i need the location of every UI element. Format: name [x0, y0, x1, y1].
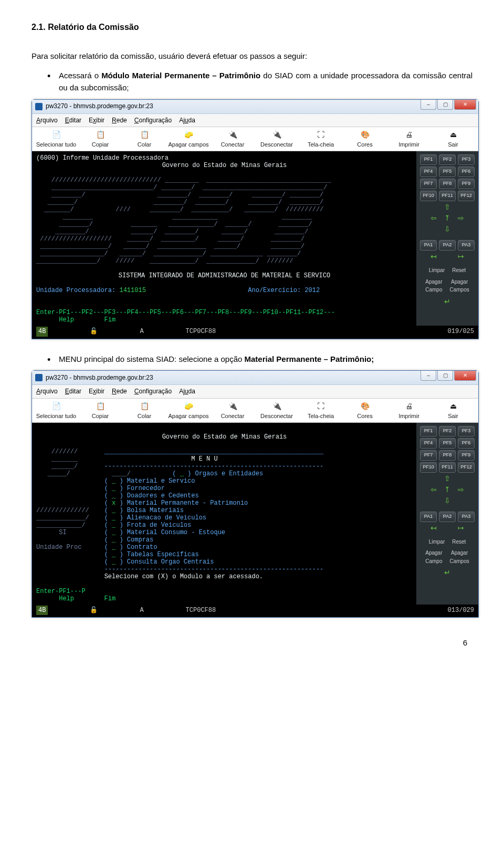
apagar-campos-button[interactable]: ApagarCampos: [450, 278, 469, 294]
tab-fwd-icon[interactable]: ↦: [455, 252, 467, 262]
pf4-button[interactable]: PF4: [420, 438, 437, 449]
pf12-button[interactable]: PF12: [458, 462, 475, 473]
pf12-button[interactable]: PF12: [458, 191, 475, 201]
apagar-campo-button[interactable]: ApagarCampo: [425, 278, 442, 294]
up-arrow-icon[interactable]: ⇧: [442, 203, 453, 212]
pa2-button[interactable]: PA2: [439, 512, 456, 522]
pf10-button[interactable]: PF10: [420, 462, 437, 473]
pf11-button[interactable]: PF11: [439, 462, 456, 473]
terminal-2[interactable]: Governo do Estado de Minas Gerais //////…: [32, 423, 416, 605]
menu-editar[interactable]: Editar: [65, 387, 81, 397]
menu-arquivo[interactable]: Arquivo: [36, 387, 58, 397]
terminal-1[interactable]: (6000) Informe Unidade Processadora Gove…: [32, 151, 416, 326]
tab-back-icon[interactable]: ↤: [428, 524, 439, 533]
toolbar-desconectar[interactable]: 🔌Desconectar: [256, 401, 298, 422]
menu-exibir[interactable]: Exibir: [89, 387, 104, 397]
toolbar-desconectar[interactable]: 🔌Desconectar: [256, 129, 298, 151]
pa1-button[interactable]: PA1: [420, 512, 437, 522]
pa1-button[interactable]: PA1: [420, 240, 437, 251]
titlebar[interactable]: pw3270 - bhmvsb.prodemge.gov.br:23 – ▢ ✕: [32, 100, 478, 114]
pf9-button[interactable]: PF9: [458, 450, 475, 461]
menu-configuracao[interactable]: Configuração: [134, 116, 172, 126]
toolbar-tela-cheia[interactable]: ⛶Tela-cheia: [300, 129, 342, 151]
menu-rede[interactable]: Rede: [112, 387, 127, 397]
status-a: A: [140, 606, 143, 616]
pf1-button[interactable]: PF1: [420, 426, 437, 436]
reset-button[interactable]: Reset: [452, 538, 466, 546]
pf2-button[interactable]: PF2: [439, 154, 456, 165]
term1-unidade-value[interactable]: 1411015: [119, 287, 145, 294]
home-icon[interactable]: ⤒: [442, 485, 453, 495]
toolbar-conectar[interactable]: 🔌Conectar: [212, 401, 254, 422]
apagar-campo-button[interactable]: ApagarCampo: [425, 549, 442, 565]
up-arrow-icon[interactable]: ⇧: [442, 474, 453, 484]
menu-exibir[interactable]: Exibir: [89, 116, 104, 126]
toolbar-apagar-campos[interactable]: 🧽Apagar campos: [167, 129, 209, 151]
titlebar-2[interactable]: pw3270 - bhmvsb.prodemge.gov.br:23 – ▢ ✕: [32, 371, 478, 385]
toolbar-selecionar-tudo[interactable]: 📄Selecionar tudo: [35, 401, 77, 422]
pf5-button[interactable]: PF5: [439, 166, 456, 177]
toolbar-imprimir[interactable]: 🖨Imprimir: [388, 401, 430, 422]
tab-back-icon[interactable]: ↤: [428, 252, 439, 262]
menu-configuracao[interactable]: Configuração: [134, 387, 172, 397]
pf2-button[interactable]: PF2: [439, 426, 456, 436]
toolbar-conectar[interactable]: 🔌Conectar: [212, 129, 254, 151]
menu-ajuda[interactable]: Ajuda: [179, 116, 195, 126]
pf11-button[interactable]: PF11: [439, 191, 456, 201]
pf1-button[interactable]: PF1: [420, 154, 437, 165]
enter-icon[interactable]: ↵: [442, 297, 453, 307]
toolbar-colar[interactable]: 📋Colar: [123, 401, 165, 422]
pf6-button[interactable]: PF6: [458, 166, 475, 177]
pa2-button[interactable]: PA2: [439, 240, 456, 251]
toolbar-sair[interactable]: ⏏Sair: [432, 129, 474, 151]
toolbar-apagar-campos[interactable]: 🧽Apagar campos: [167, 401, 209, 422]
pf6-button[interactable]: PF6: [458, 438, 475, 449]
close-button[interactable]: ✕: [454, 100, 476, 110]
enter-icon[interactable]: ↵: [442, 568, 453, 578]
down-arrow-icon[interactable]: ⇩: [442, 496, 453, 506]
tab-fwd-icon[interactable]: ↦: [455, 524, 467, 533]
right-arrow-icon[interactable]: ⇨: [455, 214, 467, 223]
minimize-button[interactable]: –: [421, 100, 436, 110]
home-icon[interactable]: ⤒: [442, 214, 453, 223]
toolbar-sair[interactable]: ⏏Sair: [432, 401, 474, 422]
toolbar-copiar[interactable]: 📋Copiar: [79, 401, 121, 422]
toolbar-copiar[interactable]: 📋Copiar: [79, 129, 121, 151]
down-arrow-icon[interactable]: ⇩: [442, 225, 453, 234]
menubar[interactable]: Arquivo Editar Exibir Rede Configuração …: [32, 114, 478, 128]
toolbar-tela-cheia[interactable]: ⛶Tela-cheia: [300, 401, 342, 422]
menubar-2[interactable]: Arquivo Editar Exibir Rede Configuração …: [32, 385, 478, 399]
pf3-button[interactable]: PF3: [458, 154, 475, 165]
maximize-button[interactable]: ▢: [437, 100, 453, 110]
pf7-button[interactable]: PF7: [420, 450, 437, 461]
pf5-button[interactable]: PF5: [439, 438, 456, 449]
pf4-button[interactable]: PF4: [420, 166, 437, 177]
close-button[interactable]: ✕: [454, 371, 476, 381]
limpar-button[interactable]: Limpar: [429, 266, 445, 275]
menu-editar[interactable]: Editar: [65, 116, 81, 126]
maximize-button[interactable]: ▢: [437, 371, 453, 381]
toolbar-cores[interactable]: 🎨Cores: [344, 129, 386, 151]
menu-arquivo[interactable]: Arquivo: [36, 116, 58, 126]
pf7-button[interactable]: PF7: [420, 179, 437, 189]
pf9-button[interactable]: PF9: [458, 179, 475, 189]
pa3-button[interactable]: PA3: [458, 512, 475, 522]
reset-button[interactable]: Reset: [452, 266, 466, 275]
toolbar-imprimir[interactable]: 🖨Imprimir: [388, 129, 430, 151]
toolbar-cores[interactable]: 🎨Cores: [344, 401, 386, 422]
pa3-button[interactable]: PA3: [458, 240, 475, 251]
left-arrow-icon[interactable]: ⇦: [428, 214, 439, 223]
pf3-button[interactable]: PF3: [458, 426, 475, 436]
pf10-button[interactable]: PF10: [420, 191, 437, 201]
pf8-button[interactable]: PF8: [439, 450, 456, 461]
toolbar-selecionar-tudo[interactable]: 📄Selecionar tudo: [35, 129, 77, 151]
apagar-campos-button[interactable]: ApagarCampos: [450, 549, 469, 565]
right-arrow-icon[interactable]: ⇨: [455, 485, 467, 495]
left-arrow-icon[interactable]: ⇦: [428, 485, 439, 495]
toolbar-colar[interactable]: 📋Colar: [123, 129, 165, 151]
minimize-button[interactable]: –: [421, 371, 436, 381]
menu-ajuda[interactable]: Ajuda: [179, 387, 195, 397]
limpar-button[interactable]: Limpar: [429, 538, 445, 546]
menu-rede[interactable]: Rede: [112, 116, 127, 126]
pf8-button[interactable]: PF8: [439, 179, 456, 189]
